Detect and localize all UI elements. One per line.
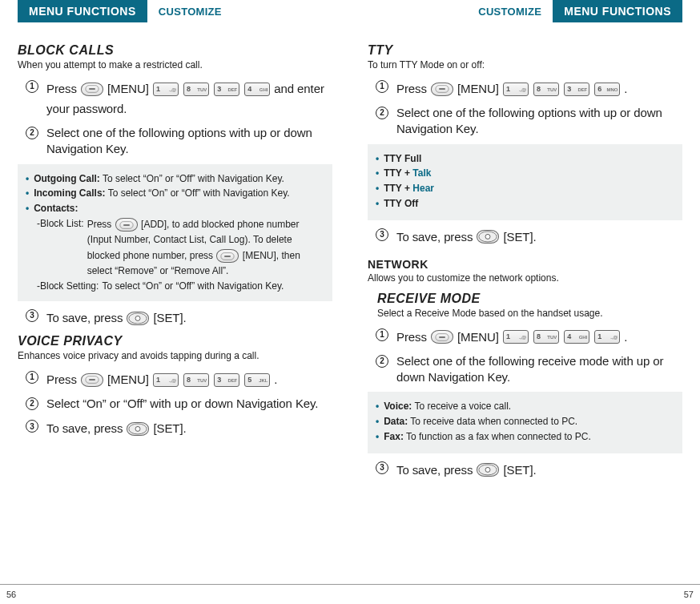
step-number-icon: 3 bbox=[26, 420, 38, 433]
tty-step-3: 3 To save, press [SET]. bbox=[376, 227, 682, 247]
sub-option-text: To select “On” or “Off” with Navigation … bbox=[102, 280, 284, 293]
ok-button-icon bbox=[127, 422, 149, 436]
network-title: NETWORK bbox=[368, 258, 682, 271]
option-label: Voice: bbox=[384, 401, 412, 412]
option-label: TTY Full bbox=[384, 152, 674, 166]
step-text: . bbox=[274, 372, 277, 386]
option-desc: To select “On” or “Off” with Navigation … bbox=[108, 187, 290, 199]
step-number-icon: 3 bbox=[26, 309, 38, 322]
voice-privacy-title: VOICE PRIVACY bbox=[18, 334, 332, 348]
step-number-icon: 1 bbox=[376, 80, 388, 93]
step-number-icon: 2 bbox=[376, 355, 388, 368]
step-text: Press bbox=[396, 82, 427, 95]
receive-step-3: 3 To save, press [SET]. bbox=[376, 460, 682, 480]
block-calls-step-1: 1 Press [MENU] 1.,@ 8TUV 3DEF 4GHI and e… bbox=[26, 79, 332, 119]
softkey-icon bbox=[115, 218, 138, 232]
option-label: Data: bbox=[384, 416, 408, 427]
step-text: [SET]. bbox=[153, 421, 186, 435]
step-text: Select one of the following options with… bbox=[46, 125, 332, 158]
step-number-icon: 1 bbox=[26, 371, 38, 384]
softkey-icon bbox=[81, 83, 103, 96]
step-text: To save, press bbox=[396, 463, 473, 477]
step-text: Press bbox=[46, 372, 77, 386]
footer-rule bbox=[0, 584, 350, 585]
sub-option-label: -Block Setting: bbox=[37, 280, 99, 293]
footer-rule bbox=[350, 584, 700, 585]
step-number-icon: 2 bbox=[26, 127, 38, 139]
step-number-icon: 3 bbox=[376, 461, 388, 474]
option-label: Outgoing Call: bbox=[34, 173, 100, 184]
step-text: . bbox=[624, 82, 627, 95]
softkey-icon bbox=[216, 249, 239, 263]
network-sub: Allows you to customize the network opti… bbox=[368, 272, 682, 284]
step-text: To save, press bbox=[46, 421, 123, 435]
block-calls-sub: When you attempt to make a restricted ca… bbox=[18, 59, 332, 70]
header-left: MENU FUNCTIONS CUSTOMIZE bbox=[18, 0, 332, 22]
menu-label: [MENU] bbox=[457, 330, 499, 344]
option-label: TTY Off bbox=[384, 197, 674, 211]
step-number-icon: 3 bbox=[376, 228, 388, 241]
softkey-icon bbox=[81, 373, 103, 387]
option-desc: To receive a voice call. bbox=[414, 401, 511, 412]
page-number: 57 bbox=[684, 590, 694, 599]
step-text: [SET]. bbox=[503, 463, 536, 477]
step-text: Press bbox=[46, 82, 77, 95]
breadcrumb: CUSTOMIZE bbox=[478, 6, 541, 18]
page-right: CUSTOMIZE MENU FUNCTIONS TTY To turn TTY… bbox=[350, 0, 700, 604]
receive-step-2: 2 Select one of the following receive mo… bbox=[376, 353, 682, 386]
option-label: Fax: bbox=[384, 431, 404, 442]
keypad-4-icon: 4GHI bbox=[244, 83, 270, 96]
option-desc: To receive data when connected to PC. bbox=[410, 416, 577, 427]
voice-privacy-step-2: 2 Select “On” or “Off” with up or down N… bbox=[26, 396, 332, 412]
breadcrumb: CUSTOMIZE bbox=[159, 6, 222, 18]
step-text: Press bbox=[396, 330, 427, 344]
option-label: Incoming Calls: bbox=[34, 187, 105, 199]
step-number-icon: 2 bbox=[26, 397, 38, 410]
menu-label: [MENU] bbox=[107, 82, 149, 95]
tty-sub: To turn TTY Mode on or off: bbox=[368, 59, 682, 70]
tty-title: TTY bbox=[368, 43, 682, 58]
step-text: Select one of the following receive mode… bbox=[396, 353, 682, 386]
voice-privacy-sub: Enhances voice privacy and avoids tappin… bbox=[18, 350, 332, 361]
keypad-8-icon: 8TUV bbox=[533, 83, 559, 96]
sub-option-text: Press bbox=[87, 219, 112, 230]
menu-functions-tab: MENU FUNCTIONS bbox=[553, 0, 682, 22]
softkey-icon bbox=[431, 83, 453, 96]
keypad-5-icon: 5JKL bbox=[244, 373, 270, 387]
ok-button-icon bbox=[477, 463, 499, 477]
tty-step-2: 2 Select one of the following options wi… bbox=[376, 105, 682, 138]
keypad-1-icon: 1.,@ bbox=[153, 373, 179, 387]
keypad-4-icon: 4GHI bbox=[564, 330, 589, 344]
tty-options-box: •TTY Full •TTY + Talk •TTY + Hear •TTY O… bbox=[368, 144, 682, 220]
header-right: CUSTOMIZE MENU FUNCTIONS bbox=[368, 0, 682, 22]
keypad-1-icon: 1.,@ bbox=[594, 330, 620, 344]
receive-mode-sub: Select a Receive Mode based on the hands… bbox=[377, 308, 682, 319]
option-desc: To function as a fax when connected to P… bbox=[406, 431, 591, 442]
block-calls-step-2: 2 Select one of the following options wi… bbox=[26, 125, 332, 158]
keypad-3-icon: 3DEF bbox=[214, 83, 239, 96]
option-label: Contacts: bbox=[34, 203, 78, 214]
step-text: . bbox=[624, 330, 627, 344]
step-text: To save, press bbox=[46, 311, 123, 324]
option-accent: Hear bbox=[412, 183, 434, 194]
keypad-1-icon: 1.,@ bbox=[503, 330, 529, 344]
receive-options-box: •Voice: To receive a voice call. •Data: … bbox=[368, 392, 682, 453]
step-number-icon: 1 bbox=[26, 80, 38, 93]
step-number-icon: 1 bbox=[376, 328, 388, 341]
option-accent: Talk bbox=[412, 167, 431, 179]
keypad-8-icon: 8TUV bbox=[533, 330, 559, 344]
menu-label: [MENU] bbox=[107, 372, 149, 386]
block-calls-title: BLOCK CALLS bbox=[18, 43, 332, 58]
page-number: 56 bbox=[6, 590, 16, 599]
ok-button-icon bbox=[477, 230, 499, 244]
keypad-8-icon: 8TUV bbox=[183, 373, 209, 387]
keypad-8-icon: 8TUV bbox=[183, 83, 209, 96]
receive-mode-title: RECEIVE MODE bbox=[377, 292, 682, 306]
voice-privacy-step-3: 3 To save, press [SET]. bbox=[26, 418, 332, 438]
menu-label: [MENU] bbox=[457, 82, 499, 95]
step-text: [SET]. bbox=[503, 230, 536, 244]
step-text: To save, press bbox=[396, 230, 473, 244]
menu-functions-tab: MENU FUNCTIONS bbox=[18, 0, 147, 22]
page-left: MENU FUNCTIONS CUSTOMIZE BLOCK CALLS Whe… bbox=[0, 0, 350, 604]
keypad-6-icon: 6MNO bbox=[594, 83, 620, 96]
